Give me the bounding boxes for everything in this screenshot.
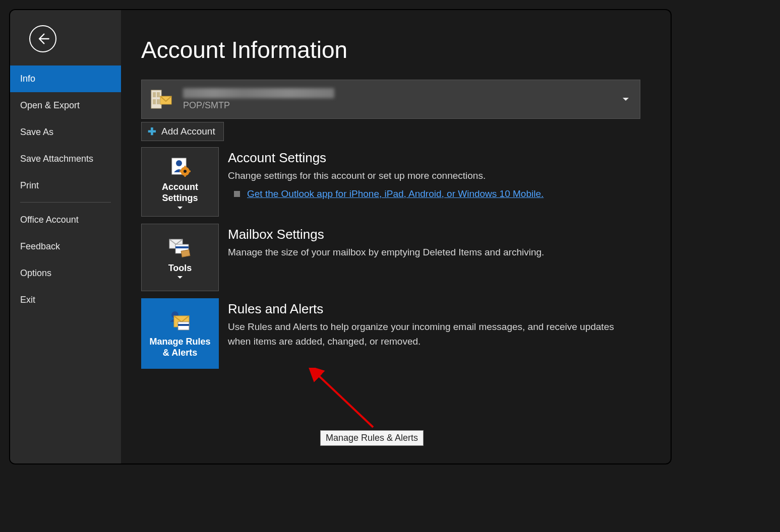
arrow-left-icon	[36, 32, 50, 46]
add-account-button[interactable]: ✚ Add Account	[141, 122, 224, 141]
page-title: Account Information	[141, 36, 650, 63]
tools-icon	[167, 235, 193, 259]
svg-rect-21	[178, 324, 189, 326]
bullet-icon	[234, 191, 240, 197]
sidebar-separator	[20, 202, 111, 203]
add-account-label: Add Account	[161, 126, 215, 137]
plus-icon: ✚	[148, 125, 156, 138]
tile-account-settings[interactable]: Account Settings	[141, 147, 219, 217]
tile-label: Manage Rules & Alerts	[146, 336, 214, 359]
sidebar-item-open-export[interactable]: Open & Export	[10, 92, 121, 119]
main-content: Account Information POP/SMTP	[121, 10, 671, 463]
section-title: Rules and Alerts	[228, 301, 631, 317]
sidebar-item-exit[interactable]: Exit	[10, 287, 121, 313]
svg-rect-3	[153, 99, 156, 104]
backstage-window: Info Open & Export Save As Save Attachme…	[10, 10, 671, 463]
tile-label: Tools	[168, 262, 192, 274]
get-outlook-app-link[interactable]: Get the Outlook app for iPhone, iPad, An…	[247, 188, 544, 200]
sidebar-item-print[interactable]: Print	[10, 172, 121, 199]
back-button[interactable]	[29, 25, 56, 52]
sidebar: Info Open & Export Save As Save Attachme…	[10, 10, 121, 463]
section-mailbox-settings: Tools Mailbox Settings Manage the size o…	[141, 224, 650, 291]
account-email-redacted	[183, 88, 334, 98]
tile-manage-rules-alerts[interactable]: Manage Rules & Alerts	[141, 298, 219, 369]
tile-tools[interactable]: Tools	[141, 224, 219, 291]
section-desc: Use Rules and Alerts to help organize yo…	[228, 320, 631, 349]
svg-rect-2	[157, 92, 160, 97]
section-account-settings: Account Settings Account Settings Change…	[141, 147, 650, 217]
tile-label: Account Settings	[146, 181, 214, 204]
account-selector[interactable]: POP/SMTP	[141, 80, 640, 119]
sidebar-item-save-as[interactable]: Save As	[10, 119, 121, 146]
svg-rect-4	[157, 99, 160, 104]
sidebar-item-info[interactable]: Info	[10, 65, 121, 92]
svg-rect-1	[153, 92, 156, 97]
sidebar-item-feedback[interactable]: Feedback	[10, 233, 121, 260]
sidebar-item-options[interactable]: Options	[10, 260, 121, 287]
chevron-down-icon	[177, 206, 183, 210]
svg-line-22	[317, 374, 373, 427]
chevron-down-icon	[622, 95, 630, 103]
rules-alerts-icon	[167, 309, 193, 333]
section-rules-alerts: Manage Rules & Alerts Rules and Alerts U…	[141, 298, 650, 369]
account-type: POP/SMTP	[183, 100, 334, 111]
sidebar-item-save-attachments[interactable]: Save Attachments	[10, 146, 121, 172]
section-title: Mailbox Settings	[228, 227, 631, 242]
chevron-down-icon	[177, 276, 183, 280]
account-text: POP/SMTP	[183, 88, 334, 111]
sidebar-item-office-account[interactable]: Office Account	[10, 207, 121, 233]
section-desc: Manage the size of your mailbox by empty…	[228, 245, 631, 260]
account-icon	[150, 88, 175, 110]
svg-point-9	[184, 170, 187, 173]
tooltip: Manage Rules & Alerts	[320, 430, 424, 446]
svg-rect-17	[181, 249, 190, 257]
section-desc: Change settings for this account or set …	[228, 169, 631, 183]
person-gear-icon	[169, 154, 191, 178]
svg-rect-16	[175, 246, 189, 248]
annotation-arrow	[308, 368, 383, 433]
section-title: Account Settings	[228, 150, 631, 166]
svg-point-7	[176, 160, 182, 166]
